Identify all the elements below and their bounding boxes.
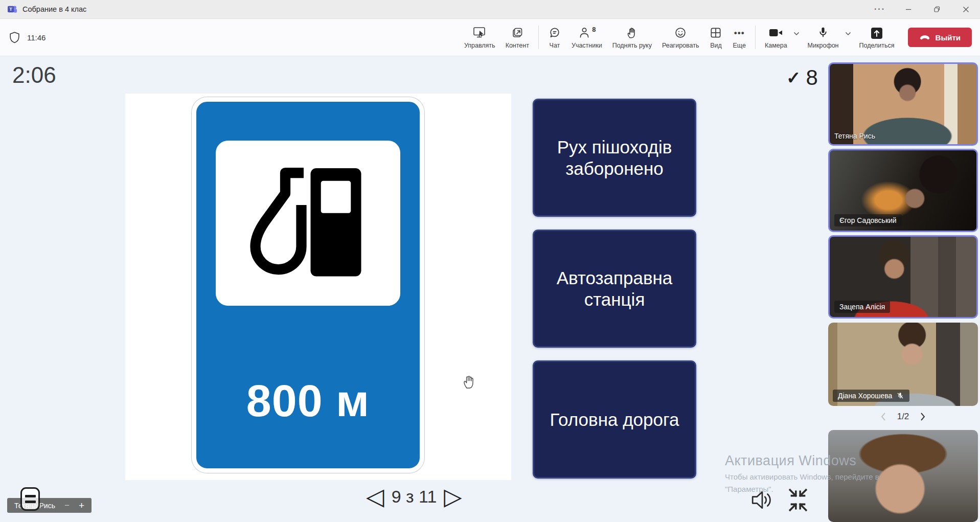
raise-hand-button[interactable]: Поднять руку xyxy=(607,24,657,51)
slide-position: 9 з 11 xyxy=(392,487,437,507)
toolbar-separator xyxy=(755,26,756,49)
teams-logo-icon: T xyxy=(7,4,17,14)
shared-content-stage: 2:06 ✓ 8 800 м Рух пішоходів заборонено … xyxy=(0,56,980,522)
shield-icon xyxy=(8,31,21,44)
road-sign-gas-station: 800 м xyxy=(192,97,424,473)
chat-icon xyxy=(548,26,561,40)
quiz-question-image: 800 м xyxy=(125,94,511,480)
svg-text:T: T xyxy=(9,6,12,12)
chat-button[interactable]: Чат xyxy=(543,24,566,51)
view-grid-icon xyxy=(709,26,722,40)
meeting-toolbar: 11:46 Управлять Контент xyxy=(0,19,980,56)
mic-off-icon xyxy=(896,392,904,400)
exit-fullscreen-button[interactable] xyxy=(786,488,810,514)
zoom-out-button[interactable]: − xyxy=(64,501,70,511)
fuel-pump-pictogram xyxy=(216,141,400,306)
video-tile-tetyana-rys[interactable]: Тетяна Рись xyxy=(828,62,978,146)
content-share-icon xyxy=(511,26,524,40)
react-smiley-icon xyxy=(674,26,687,40)
minimize-button[interactable] xyxy=(894,0,923,18)
view-button[interactable]: Вид xyxy=(704,24,727,51)
more-dots-icon: ••• xyxy=(734,26,745,40)
camera-button[interactable]: Камера xyxy=(760,24,792,51)
camera-chevron-icon[interactable] xyxy=(793,29,800,38)
quiz-answers: Рух пішоходів заборонено Автозаправна ст… xyxy=(533,99,696,479)
volume-button[interactable] xyxy=(750,489,774,513)
slide-menu-button[interactable] xyxy=(20,487,40,511)
video-tile-bottom[interactable] xyxy=(828,430,978,522)
quiz-timer: 2:06 xyxy=(12,62,56,88)
sign-distance-label: 800 м xyxy=(196,375,420,427)
microphone-button[interactable]: Микрофон xyxy=(803,24,844,51)
check-icon: ✓ xyxy=(786,67,801,88)
presenter-toast: Тетяна Рись − + xyxy=(7,498,92,513)
participants-pagination: 1/2 xyxy=(828,412,978,422)
answered-count: 8 xyxy=(806,65,818,90)
window-title: Собрание в 4 клас xyxy=(22,5,86,13)
video-tile-diana-khorosheva[interactable]: Діана Хорошева xyxy=(828,323,978,406)
window-titlebar: T Собрание в 4 клас ··· xyxy=(0,0,980,19)
quiz-answered-counter: ✓ 8 xyxy=(786,65,818,90)
answer-option-3[interactable]: Головна дорога xyxy=(533,360,696,479)
next-page-button[interactable] xyxy=(920,412,926,421)
hangup-icon xyxy=(919,34,930,40)
restore-button[interactable] xyxy=(923,0,951,18)
participants-button[interactable]: 8 Участники xyxy=(566,24,607,51)
participants-count: 8 xyxy=(592,26,596,33)
mouse-cursor-hand xyxy=(463,375,475,391)
toolbar-separator xyxy=(538,26,539,49)
collapse-arrows-icon xyxy=(786,488,810,512)
participant-name-label: Тетяна Рись xyxy=(834,132,875,140)
video-tile-zatsepa-alisiya[interactable]: Зацепа Алісія xyxy=(828,235,978,319)
titlebar-more-button[interactable]: ··· xyxy=(865,0,894,18)
raise-hand-icon xyxy=(625,26,639,40)
menu-bar-icon xyxy=(25,501,36,503)
participants-icon: 8 xyxy=(578,26,596,40)
prev-page-button[interactable] xyxy=(880,412,886,421)
manage-button[interactable]: Управлять xyxy=(459,24,500,51)
stage-controls xyxy=(750,488,810,514)
fuel-pump-icon xyxy=(232,154,385,292)
video-tile-yehor-sadovskyi[interactable]: Єгор Садовський xyxy=(828,149,978,232)
leave-button[interactable]: Выйти xyxy=(908,28,972,47)
page-indicator: 1/2 xyxy=(897,412,909,422)
speaker-icon xyxy=(750,489,774,511)
react-button[interactable]: Реагировать xyxy=(657,24,704,51)
microphone-chevron-icon[interactable] xyxy=(845,29,851,38)
participant-name-label: Зацепа Алісія xyxy=(834,301,890,313)
toolbar-actions: Управлять Контент Чат xyxy=(459,24,972,51)
participant-name-label: Діана Хорошева xyxy=(833,390,909,402)
answer-option-1[interactable]: Рух пішоходів заборонено xyxy=(533,99,696,217)
answer-option-2[interactable]: Автозаправна станція xyxy=(533,230,696,348)
share-tray-icon xyxy=(870,26,884,40)
participant-name-label: Єгор Садовський xyxy=(834,214,902,226)
content-button[interactable]: Контент xyxy=(500,24,534,51)
next-slide-button[interactable]: ▷ xyxy=(444,485,462,508)
manage-screen-icon xyxy=(472,26,487,40)
zoom-in-button[interactable]: + xyxy=(79,500,84,511)
slide-navigation: ◁ 9 з 11 ▷ xyxy=(358,485,470,508)
share-button[interactable]: Поделиться xyxy=(854,24,900,51)
window-controls: ··· xyxy=(865,0,980,18)
prev-slide-button[interactable]: ◁ xyxy=(366,485,384,508)
more-button[interactable]: ••• Еще xyxy=(727,24,750,51)
microphone-icon xyxy=(816,26,830,40)
camera-icon xyxy=(768,26,784,40)
close-button[interactable] xyxy=(951,0,980,18)
meeting-info: 11:46 xyxy=(8,31,45,44)
menu-bar-icon xyxy=(25,495,36,497)
meeting-duration: 11:46 xyxy=(27,33,45,42)
